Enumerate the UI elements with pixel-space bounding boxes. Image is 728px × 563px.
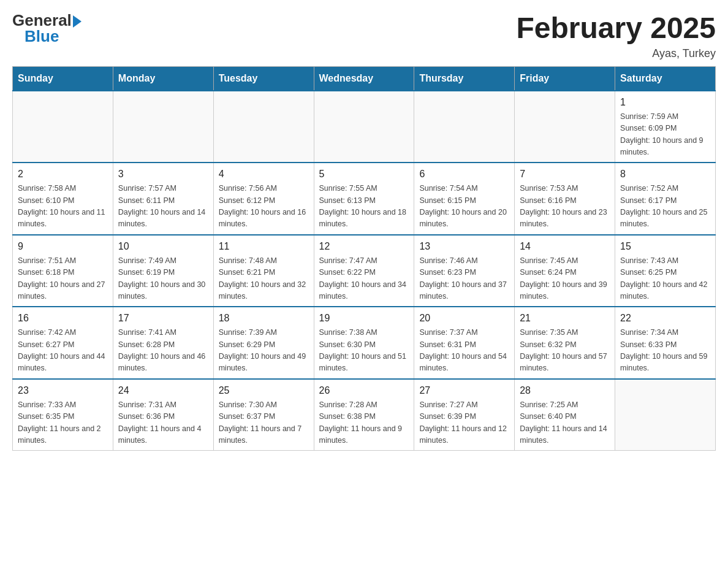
day-info: Sunrise: 7:46 AMSunset: 6:23 PMDaylight:…	[419, 255, 509, 303]
weekday-header-tuesday: Tuesday	[213, 66, 314, 91]
day-info: Sunrise: 7:34 AMSunset: 6:33 PMDaylight:…	[620, 327, 710, 375]
calendar-cell: 28Sunrise: 7:25 AMSunset: 6:40 PMDayligh…	[515, 379, 615, 451]
calendar-cell: 10Sunrise: 7:49 AMSunset: 6:19 PMDayligh…	[113, 235, 213, 307]
day-info: Sunrise: 7:25 AMSunset: 6:40 PMDaylight:…	[520, 399, 610, 447]
day-info: Sunrise: 7:43 AMSunset: 6:25 PMDaylight:…	[620, 255, 710, 303]
calendar-cell: 7Sunrise: 7:53 AMSunset: 6:16 PMDaylight…	[515, 163, 615, 235]
day-info: Sunrise: 7:39 AMSunset: 6:29 PMDaylight:…	[219, 327, 309, 375]
day-info: Sunrise: 7:48 AMSunset: 6:21 PMDaylight:…	[219, 255, 309, 303]
day-info: Sunrise: 7:52 AMSunset: 6:17 PMDaylight:…	[620, 183, 710, 231]
day-info: Sunrise: 7:45 AMSunset: 6:24 PMDaylight:…	[520, 255, 610, 303]
calendar-cell: 24Sunrise: 7:31 AMSunset: 6:36 PMDayligh…	[113, 379, 213, 451]
weekday-header-saturday: Saturday	[615, 66, 716, 91]
day-info: Sunrise: 7:58 AMSunset: 6:10 PMDaylight:…	[18, 183, 108, 231]
calendar-cell	[113, 91, 213, 163]
day-number: 5	[319, 167, 409, 182]
day-info: Sunrise: 7:42 AMSunset: 6:27 PMDaylight:…	[18, 327, 108, 375]
weekday-header-row: SundayMondayTuesdayWednesdayThursdayFrid…	[13, 66, 716, 91]
logo: General▶ Blue	[12, 12, 82, 44]
day-info: Sunrise: 7:47 AMSunset: 6:22 PMDaylight:…	[319, 255, 409, 303]
title-area: February 2025 Ayas, Turkey	[516, 12, 716, 60]
calendar-cell: 17Sunrise: 7:41 AMSunset: 6:28 PMDayligh…	[113, 307, 213, 379]
logo-blue-text: Blue	[25, 28, 59, 44]
day-number: 4	[219, 167, 309, 182]
month-title: February 2025	[516, 12, 716, 45]
calendar-week-row: 23Sunrise: 7:33 AMSunset: 6:35 PMDayligh…	[13, 379, 716, 451]
day-number: 12	[319, 239, 409, 254]
calendar-cell	[213, 91, 314, 163]
day-number: 22	[620, 311, 710, 326]
calendar-cell	[13, 91, 113, 163]
calendar-cell: 26Sunrise: 7:28 AMSunset: 6:38 PMDayligh…	[314, 379, 414, 451]
calendar-cell: 6Sunrise: 7:54 AMSunset: 6:15 PMDaylight…	[414, 163, 515, 235]
weekday-header-friday: Friday	[515, 66, 615, 91]
calendar-cell: 5Sunrise: 7:55 AMSunset: 6:13 PMDaylight…	[314, 163, 414, 235]
calendar-cell: 18Sunrise: 7:39 AMSunset: 6:29 PMDayligh…	[213, 307, 314, 379]
day-number: 23	[18, 383, 108, 398]
day-info: Sunrise: 7:56 AMSunset: 6:12 PMDaylight:…	[219, 183, 309, 231]
calendar-cell	[414, 91, 515, 163]
day-info: Sunrise: 7:59 AMSunset: 6:09 PMDaylight:…	[620, 111, 710, 159]
day-number: 21	[520, 311, 610, 326]
day-number: 18	[219, 311, 309, 326]
day-number: 1	[620, 95, 710, 110]
day-number: 19	[319, 311, 409, 326]
calendar-cell: 3Sunrise: 7:57 AMSunset: 6:11 PMDaylight…	[113, 163, 213, 235]
day-info: Sunrise: 7:30 AMSunset: 6:37 PMDaylight:…	[219, 399, 309, 447]
day-info: Sunrise: 7:27 AMSunset: 6:39 PMDaylight:…	[419, 399, 509, 447]
day-info: Sunrise: 7:49 AMSunset: 6:19 PMDaylight:…	[118, 255, 208, 303]
calendar-week-row: 1Sunrise: 7:59 AMSunset: 6:09 PMDaylight…	[13, 91, 716, 163]
day-info: Sunrise: 7:38 AMSunset: 6:30 PMDaylight:…	[319, 327, 409, 375]
calendar-cell: 4Sunrise: 7:56 AMSunset: 6:12 PMDaylight…	[213, 163, 314, 235]
day-info: Sunrise: 7:54 AMSunset: 6:15 PMDaylight:…	[419, 183, 509, 231]
day-number: 17	[118, 311, 208, 326]
calendar-week-row: 2Sunrise: 7:58 AMSunset: 6:10 PMDaylight…	[13, 163, 716, 235]
calendar-cell: 23Sunrise: 7:33 AMSunset: 6:35 PMDayligh…	[13, 379, 113, 451]
calendar-cell	[615, 379, 716, 451]
day-number: 10	[118, 239, 208, 254]
day-number: 28	[520, 383, 610, 398]
day-number: 16	[18, 311, 108, 326]
day-info: Sunrise: 7:35 AMSunset: 6:32 PMDaylight:…	[520, 327, 610, 375]
calendar-cell: 12Sunrise: 7:47 AMSunset: 6:22 PMDayligh…	[314, 235, 414, 307]
calendar-cell: 2Sunrise: 7:58 AMSunset: 6:10 PMDaylight…	[13, 163, 113, 235]
day-info: Sunrise: 7:37 AMSunset: 6:31 PMDaylight:…	[419, 327, 509, 375]
day-number: 26	[319, 383, 409, 398]
day-number: 9	[18, 239, 108, 254]
day-info: Sunrise: 7:55 AMSunset: 6:13 PMDaylight:…	[319, 183, 409, 231]
day-number: 2	[18, 167, 108, 182]
weekday-header-wednesday: Wednesday	[314, 66, 414, 91]
day-info: Sunrise: 7:51 AMSunset: 6:18 PMDaylight:…	[18, 255, 108, 303]
weekday-header-thursday: Thursday	[414, 66, 515, 91]
calendar-cell	[314, 91, 414, 163]
calendar-body: 1Sunrise: 7:59 AMSunset: 6:09 PMDaylight…	[13, 91, 716, 451]
calendar-cell: 11Sunrise: 7:48 AMSunset: 6:21 PMDayligh…	[213, 235, 314, 307]
calendar-cell: 20Sunrise: 7:37 AMSunset: 6:31 PMDayligh…	[414, 307, 515, 379]
day-number: 6	[419, 167, 509, 182]
day-number: 13	[419, 239, 509, 254]
day-info: Sunrise: 7:31 AMSunset: 6:36 PMDaylight:…	[118, 399, 208, 447]
calendar-cell: 16Sunrise: 7:42 AMSunset: 6:27 PMDayligh…	[13, 307, 113, 379]
calendar-cell: 13Sunrise: 7:46 AMSunset: 6:23 PMDayligh…	[414, 235, 515, 307]
day-number: 15	[620, 239, 710, 254]
calendar-cell	[515, 91, 615, 163]
calendar-cell: 8Sunrise: 7:52 AMSunset: 6:17 PMDaylight…	[615, 163, 716, 235]
calendar-cell: 22Sunrise: 7:34 AMSunset: 6:33 PMDayligh…	[615, 307, 716, 379]
calendar-cell: 14Sunrise: 7:45 AMSunset: 6:24 PMDayligh…	[515, 235, 615, 307]
calendar-week-row: 9Sunrise: 7:51 AMSunset: 6:18 PMDaylight…	[13, 235, 716, 307]
day-number: 25	[219, 383, 309, 398]
calendar-cell: 27Sunrise: 7:27 AMSunset: 6:39 PMDayligh…	[414, 379, 515, 451]
calendar-cell: 1Sunrise: 7:59 AMSunset: 6:09 PMDaylight…	[615, 91, 716, 163]
logo-general-text: General▶	[12, 12, 82, 28]
calendar-cell: 15Sunrise: 7:43 AMSunset: 6:25 PMDayligh…	[615, 235, 716, 307]
day-number: 20	[419, 311, 509, 326]
weekday-header-monday: Monday	[113, 66, 213, 91]
day-number: 14	[520, 239, 610, 254]
calendar-cell: 19Sunrise: 7:38 AMSunset: 6:30 PMDayligh…	[314, 307, 414, 379]
calendar-cell: 21Sunrise: 7:35 AMSunset: 6:32 PMDayligh…	[515, 307, 615, 379]
day-number: 7	[520, 167, 610, 182]
calendar-week-row: 16Sunrise: 7:42 AMSunset: 6:27 PMDayligh…	[13, 307, 716, 379]
calendar-header: SundayMondayTuesdayWednesdayThursdayFrid…	[13, 66, 716, 91]
day-info: Sunrise: 7:33 AMSunset: 6:35 PMDaylight:…	[18, 399, 108, 447]
day-number: 11	[219, 239, 309, 254]
